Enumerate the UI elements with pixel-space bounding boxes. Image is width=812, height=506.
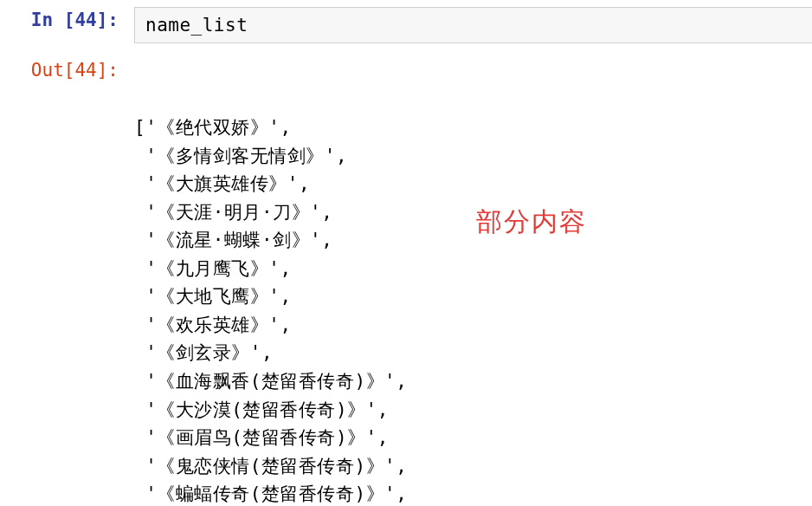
list-item: '《九月鹰飞》', [134,255,802,283]
annotation-label: 部分内容 [476,202,587,243]
list-item: '《大地飞鹰》', [134,282,802,311]
output-cell: Out[44]: ['《绝代双娇》', '《多情剑客无情剑》', '《大旗英雄传… [0,50,812,506]
output-prompt: Out[44]: [0,57,134,81]
list-item: '《大旗英雄传》', [134,170,802,198]
output-area: ['《绝代双娇》', '《多情剑客无情剑》', '《大旗英雄传》', '《天涯·… [134,57,812,506]
list-item: '《流星·蝴蝶·剑》', [134,226,802,255]
code-input[interactable]: name_list [134,7,812,43]
list-item: '《欢乐英雄》', [134,311,802,340]
input-prompt: In [44]: [0,7,134,30]
list-item: '《天涯·明月·刀》', [134,198,802,227]
list-item: ['《绝代双娇》', [134,114,802,142]
list-item: '《蝙蝠传奇(楚留香传奇)》', [134,480,802,506]
list-item: '《剑玄录》', [134,339,802,367]
list-item: '《多情剑客无情剑》', [134,142,802,171]
list-item: '《大沙漠(楚留香传奇)》', [134,396,802,425]
output-list: ['《绝代双娇》', '《多情剑客无情剑》', '《大旗英雄传》', '《天涯·… [134,114,802,506]
list-item: '《血海飘香(楚留香传奇)》', [134,367,802,396]
list-item: '《鬼恋侠情(楚留香传奇)》', [134,452,802,481]
input-cell: In [44]: name_list [0,0,812,50]
list-item: '《画眉鸟(楚留香传奇)》', [134,424,802,452]
